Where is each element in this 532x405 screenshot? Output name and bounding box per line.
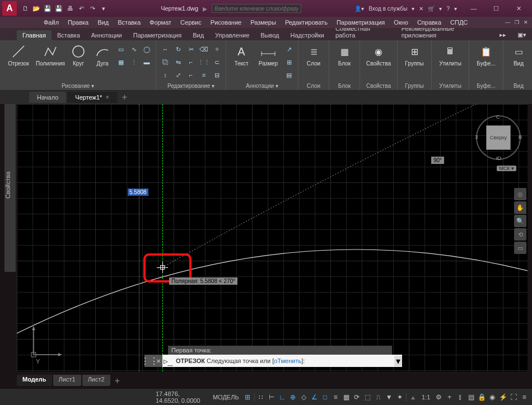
units-icon[interactable]: ⫿	[456, 391, 464, 403]
lockui-icon[interactable]: 🔒	[478, 391, 486, 403]
user-icon[interactable]: 👤▾	[353, 6, 365, 12]
minimize-button[interactable]: —	[463, 1, 485, 16]
panel-title-modify[interactable]: Редактирование ▾	[160, 82, 222, 90]
cmd-prompt-icon[interactable]: ▹_	[162, 356, 174, 366]
trim-icon[interactable]: ✂	[185, 44, 197, 55]
circle-button[interactable]: Круг	[67, 42, 90, 67]
isolate-icon[interactable]: ◉	[488, 391, 497, 403]
pan-icon[interactable]: ✋	[514, 201, 526, 214]
sign-in-link[interactable]: Вход в службы	[367, 6, 408, 12]
layers-button[interactable]: ≣Слои	[302, 42, 325, 67]
snap-toggle-icon[interactable]: ∷	[256, 391, 265, 403]
table-icon[interactable]: ⊞	[283, 56, 295, 68]
menu-help[interactable]: Справка	[413, 18, 446, 27]
mirror-icon[interactable]: ⇋	[172, 56, 184, 68]
doc-max-button[interactable]: ❐	[513, 20, 521, 25]
showmotion-icon[interactable]: ▭	[514, 242, 526, 254]
qat-dropdown-icon[interactable]: ▾	[99, 3, 109, 13]
undo-icon[interactable]: ↶	[76, 3, 86, 13]
maximize-button[interactable]: ☐	[485, 1, 507, 16]
nav-wheel-icon[interactable]: ◎	[514, 188, 526, 200]
view-button[interactable]: ▭Вид	[507, 42, 530, 67]
close-icon[interactable]: ✕	[105, 95, 110, 100]
command-line[interactable]: ⋮⋮ ✕ ▹_ ОТРЕЗОК Следующая точка или [оТм…	[144, 355, 402, 367]
menu-format[interactable]: Формат	[145, 18, 176, 27]
text-button[interactable]: AТекст	[230, 42, 253, 67]
copy-icon[interactable]: ⿻	[160, 56, 171, 68]
workspace-icon[interactable]: ⚙	[435, 391, 443, 403]
viewcube-top-face[interactable]: Сверху	[486, 125, 511, 150]
app-logo[interactable]: A	[2, 1, 17, 16]
polar-toggle-icon[interactable]: ⊕	[289, 391, 297, 403]
panel-title-annot[interactable]: Аннотации ▾	[230, 82, 295, 90]
drawing-canvas[interactable]: /*grid drawn below*/ 5.5808 Полярная: 5.…	[17, 104, 528, 371]
wcs-label[interactable]: МСК ▾	[497, 166, 516, 171]
ribbon-tab-view[interactable]: Вид	[187, 30, 209, 40]
polyline-button[interactable]: Полилиния	[35, 42, 66, 67]
array-icon[interactable]: ⋮⋮	[198, 56, 209, 68]
otrack-toggle-icon[interactable]: ∠	[310, 391, 319, 403]
groups-button[interactable]: ⊞Группы	[401, 42, 428, 67]
menu-tools[interactable]: Сервис	[176, 18, 206, 27]
menu-edit[interactable]: Правка	[63, 18, 93, 27]
properties-palette-tab[interactable]: Свойства	[4, 104, 16, 272]
transparency-toggle-icon[interactable]: ▦	[342, 391, 351, 403]
cmd-recent-dropdown[interactable]: ▾	[394, 356, 402, 366]
line-button[interactable]: Отрезок	[3, 42, 34, 67]
utilities-button[interactable]: 🖩Утилиты	[435, 42, 465, 67]
ellipse-icon[interactable]: ◯	[141, 44, 152, 55]
compass-e[interactable]: В	[519, 134, 522, 140]
saveas-icon[interactable]: 💾	[54, 3, 64, 13]
app-store-icon[interactable]: 🛒	[427, 6, 436, 12]
annoscale-icon[interactable]: ⟁	[409, 391, 417, 403]
cleanscreen-icon[interactable]: ⛶	[510, 391, 518, 403]
menu-file[interactable]: Файл	[39, 18, 63, 27]
spline-icon[interactable]: ∿	[128, 44, 139, 55]
zoom-icon[interactable]: 🔍	[514, 215, 526, 227]
ribbon-tab-home[interactable]: Главная	[17, 30, 52, 40]
fillet-icon[interactable]: ⌐	[185, 56, 197, 68]
coordinate-display[interactable]: 17.4876, 14.6520, 0.0000	[151, 390, 208, 404]
dynamic-input[interactable]: 5.5808	[127, 188, 149, 196]
layout-tab-model[interactable]: Модель	[17, 375, 52, 386]
search-input[interactable]	[212, 4, 301, 13]
new-icon[interactable]: 🗋	[20, 3, 30, 13]
scale-icon[interactable]: ⤢	[172, 69, 184, 81]
ribbon-tab-parametric[interactable]: Параметризация	[128, 30, 187, 40]
menu-spds[interactable]: СПДС	[446, 18, 472, 27]
arc-button[interactable]: Дуга	[91, 42, 114, 67]
rectangle-icon[interactable]: ▭	[115, 44, 127, 55]
selection-filter-icon[interactable]: ▼	[385, 391, 393, 403]
doc-min-button[interactable]: —	[503, 20, 512, 25]
add-tab-button[interactable]: +	[119, 92, 130, 102]
iso-toggle-icon[interactable]: ◇	[300, 391, 308, 403]
ribbon-tab-insert[interactable]: Вставка	[52, 30, 86, 40]
save-icon[interactable]: 💾	[43, 3, 53, 13]
region-icon[interactable]: ▬	[141, 56, 152, 68]
chamfer-icon[interactable]: ⌐	[185, 69, 197, 81]
menu-window[interactable]: Окно	[389, 18, 413, 27]
menu-draw[interactable]: Рисование	[206, 18, 246, 27]
clipboard-button[interactable]: 📋Буфе...	[473, 42, 500, 67]
stretch-icon[interactable]: ↕	[160, 69, 171, 81]
move-icon[interactable]: ↔	[160, 44, 171, 55]
menu-view[interactable]: Вид	[93, 18, 113, 27]
block-button[interactable]: ▦Блок	[333, 42, 356, 67]
align-icon[interactable]: ≡	[198, 69, 209, 81]
layout-tab-sheet1[interactable]: Лист1	[53, 375, 81, 386]
mtext-icon[interactable]: ▤	[283, 69, 295, 81]
space-toggle[interactable]: МОДЕЛЬ	[211, 394, 241, 401]
ribbon-tab-output[interactable]: Вывод	[255, 30, 284, 40]
command-input[interactable]: ОТРЕЗОК Следующая точка или [оТменить]:	[174, 357, 394, 365]
menu-dimension[interactable]: Размеры	[246, 18, 281, 27]
break-icon[interactable]: ⊟	[211, 69, 222, 81]
orbit-icon[interactable]: ⟲	[514, 228, 526, 241]
annomon-icon[interactable]: +	[445, 391, 454, 403]
menu-insert[interactable]: Вставка	[113, 18, 145, 27]
layout-tab-sheet2[interactable]: Лист2	[82, 375, 110, 386]
cycling-toggle-icon[interactable]: ⟳	[353, 391, 361, 403]
exchange-icon[interactable]: ✕	[418, 6, 424, 12]
doc-close-button[interactable]: ✕	[522, 20, 530, 25]
ribbon-minimize-icon[interactable]: ▣▾	[512, 30, 532, 40]
help-icon[interactable]: ?	[445, 6, 451, 12]
